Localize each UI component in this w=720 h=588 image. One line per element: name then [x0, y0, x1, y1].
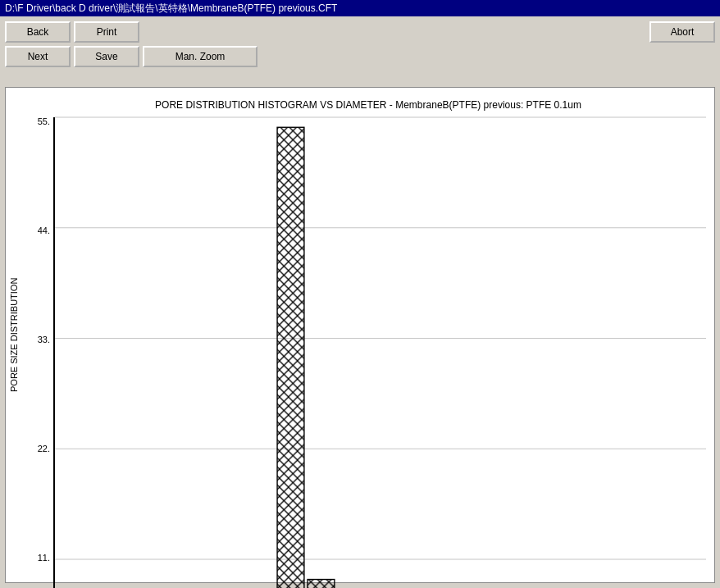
next-button[interactable]: Next — [5, 46, 71, 67]
histogram-svg — [55, 117, 706, 588]
y-tick: 33. — [30, 335, 50, 344]
back-button[interactable]: Back — [5, 21, 71, 43]
y-ticks: 011.22.33.44.55. — [30, 117, 53, 588]
chart-title: PORE DISTRIBUTION HISTOGRAM VS DIAMETER … — [30, 99, 706, 111]
toolbar: Back Print Abort Next Save Man. Zoom — [0, 16, 720, 84]
print-button[interactable]: Print — [74, 21, 139, 43]
histogram-bar — [308, 580, 335, 588]
plot-area — [53, 117, 706, 588]
y-tick: 55. — [30, 117, 50, 126]
toolbar-row-2: Next Save Man. Zoom — [5, 46, 715, 67]
title-bar: D:\F Driver\back D driver\測試報告\英特格\Membr… — [0, 0, 720, 16]
y-tick: 11. — [30, 554, 50, 563]
chart-inner: PORE DISTRIBUTION HISTOGRAM VS DIAMETER … — [22, 88, 714, 582]
histogram-bar — [277, 127, 304, 588]
y-tick: 22. — [30, 444, 50, 454]
man-zoom-button[interactable]: Man. Zoom — [143, 46, 257, 67]
chart-area: PORE SIZE DISTRIBUTION PORE DISTRIBUTION… — [5, 87, 715, 583]
chart-plot: 011.22.33.44.55. — [30, 117, 706, 588]
y-tick: 44. — [30, 226, 50, 235]
abort-button[interactable]: Abort — [649, 21, 715, 43]
save-button[interactable]: Save — [74, 46, 139, 67]
toolbar-row-1: Back Print Abort — [5, 21, 715, 43]
y-axis-label: PORE SIZE DISTRIBUTION — [6, 88, 22, 582]
title-text: D:\F Driver\back D driver\測試報告\英特格\Membr… — [5, 2, 337, 16]
